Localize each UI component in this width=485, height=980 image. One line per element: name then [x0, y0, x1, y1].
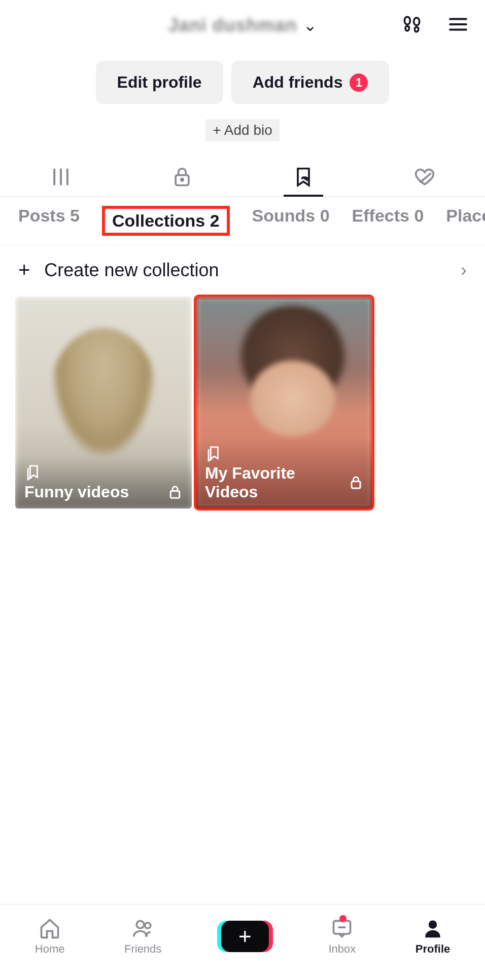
collection-card[interactable]: Funny videos — [15, 297, 192, 509]
activity-icon[interactable] — [401, 13, 423, 38]
plus-icon: + — [18, 259, 30, 281]
add-friends-badge: 1 — [350, 74, 368, 92]
friends-icon — [132, 917, 154, 939]
nav-label: Inbox — [328, 942, 356, 956]
nav-label: Home — [35, 942, 65, 956]
subtab-effects[interactable]: Effects 0 — [352, 206, 424, 236]
svg-rect-10 — [170, 491, 180, 498]
nav-home[interactable]: Home — [35, 917, 65, 956]
username-dropdown[interactable]: Jani dushman ⌄ — [168, 15, 317, 36]
chevron-right-icon: › — [461, 260, 467, 281]
add-friends-label: Add friends — [253, 73, 343, 92]
nav-create[interactable]: + — [221, 921, 269, 952]
menu-icon[interactable] — [447, 14, 469, 37]
svg-point-16 — [429, 920, 437, 929]
svg-point-13 — [145, 923, 150, 928]
tab-saved[interactable] — [243, 158, 364, 196]
subtab-places[interactable]: Places — [446, 206, 485, 236]
edit-profile-button[interactable]: Edit profile — [96, 61, 223, 104]
plus-icon: + — [221, 921, 269, 952]
bookmark-stack-icon — [205, 446, 222, 463]
create-collection-label: Create new collection — [44, 260, 446, 281]
add-bio-row: + Add bio — [0, 107, 485, 158]
add-bio-button[interactable]: + Add bio — [205, 119, 280, 141]
profile-header: Jani dushman ⌄ — [0, 0, 485, 51]
tab-private[interactable] — [121, 158, 243, 196]
tab-liked[interactable] — [364, 158, 485, 196]
chevron-down-icon: ⌄ — [303, 16, 317, 35]
nav-label: Friends — [124, 942, 161, 956]
subtab-posts[interactable]: Posts 5 — [18, 206, 80, 236]
create-collection-button[interactable]: + Create new collection › — [0, 245, 485, 297]
svg-point-12 — [136, 921, 144, 928]
bottom-nav: Home Friends + Inbox Profile — [0, 904, 485, 980]
subtab-collections[interactable]: Collections 2 — [102, 206, 230, 236]
nav-label: Profile — [415, 942, 450, 956]
lock-icon — [349, 475, 363, 490]
tab-posts[interactable] — [0, 158, 121, 196]
bookmark-stack-icon — [24, 464, 42, 482]
collections-grid: Funny videos My Favorite Videos — [0, 297, 485, 509]
collection-card[interactable]: My Favorite Videos — [196, 297, 372, 509]
profile-icon — [422, 917, 444, 939]
lock-icon — [167, 485, 183, 500]
collection-name: My Favorite Videos — [205, 464, 349, 501]
add-friends-button[interactable]: Add friends 1 — [231, 61, 390, 104]
subtab-sounds[interactable]: Sounds 0 — [252, 206, 330, 236]
nav-inbox[interactable]: Inbox — [328, 917, 356, 956]
svg-rect-11 — [352, 482, 360, 488]
nav-profile[interactable]: Profile — [415, 917, 450, 956]
collection-name: Funny videos — [24, 483, 129, 501]
sub-tabs: Posts 5 Collections 2 Sounds 0 Effects 0… — [0, 197, 485, 245]
profile-actions: Edit profile Add friends 1 — [0, 51, 485, 107]
notification-dot — [339, 915, 347, 922]
username-label: Jani dushman — [168, 15, 297, 36]
nav-friends[interactable]: Friends — [124, 917, 161, 956]
edit-profile-label: Edit profile — [117, 73, 202, 92]
content-tabs — [0, 158, 485, 197]
svg-point-7 — [181, 178, 183, 180]
home-icon — [39, 917, 61, 939]
